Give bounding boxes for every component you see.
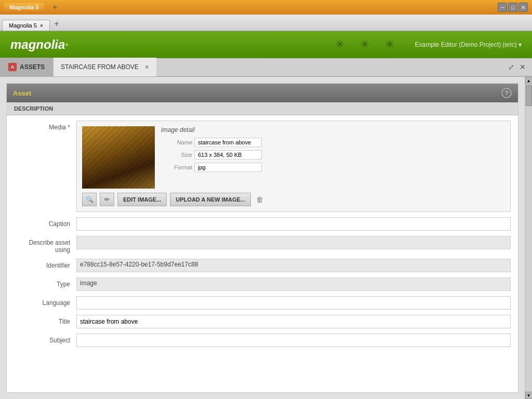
app-icon-1[interactable]: ✳ [335, 38, 344, 51]
type-value: image [76, 277, 511, 291]
expand-button[interactable]: ⤢ [506, 62, 516, 72]
required-marker: * [68, 124, 70, 131]
browser-tab[interactable]: Magnolia 5 [4, 3, 44, 11]
scroll-thumb[interactable] [526, 85, 532, 106]
page-tab-close[interactable]: × [145, 63, 149, 71]
app-icon-2[interactable]: ✳ [360, 38, 369, 51]
magnolia-logo: magnolia· [10, 37, 69, 52]
identifier-label: Identifier [14, 259, 76, 269]
scrollbar[interactable]: ▲ ▼ [525, 77, 532, 399]
format-row: Format jpg [161, 163, 505, 172]
tab-label: Magnolia 5 [9, 22, 37, 29]
main-tab[interactable]: Magnolia 5 × [2, 20, 50, 31]
logo-dot: · [65, 37, 69, 51]
subject-label: Subject [14, 334, 76, 344]
image-action-bar: 🔍 ✏ EDIT IMAGE... UPLOAD A NEW IMAGE... … [82, 193, 505, 206]
maximize-button[interactable]: □ [508, 3, 517, 12]
describe-label: Describe asset using [14, 236, 76, 254]
tab-bar: Magnolia 5 × + [0, 15, 532, 31]
image-thumbnail [82, 126, 155, 189]
add-tab-button[interactable]: + [50, 17, 63, 31]
app-icon-3[interactable]: ✳ [385, 38, 394, 51]
close-panel-button[interactable]: ✕ [517, 62, 528, 72]
language-input[interactable] [76, 296, 511, 310]
nav-tabs: A ASSETS STAIRCASE FROM ABOVE × ⤢ ✕ [0, 58, 532, 77]
upload-new-image-button[interactable]: UPLOAD A NEW IMAGE... [170, 193, 251, 206]
form-body: Media * image detail Name [7, 115, 518, 392]
media-box: image detail Name staircase from above S… [76, 121, 511, 212]
edit-image-button[interactable]: EDIT IMAGE... [117, 193, 167, 206]
asset-panel: Asset ? DESCRIPTION Media * [6, 83, 518, 393]
name-detail-value: staircase from above [194, 138, 262, 147]
title-input[interactable] [76, 315, 511, 328]
caption-row: Caption [14, 217, 511, 231]
assets-tab-label: ASSETS [20, 63, 45, 71]
media-label: Media * [14, 121, 76, 131]
section-title-label: DESCRIPTION [14, 105, 53, 112]
description-header: DESCRIPTION [7, 102, 518, 115]
browser-title-bar: Magnolia 5 + ─ □ ✕ [0, 0, 532, 15]
size-row: Size 613 x 384, 50 KB [161, 150, 505, 159]
caption-label: Caption [14, 217, 76, 228]
app-icons: ✳ ✳ ✳ [335, 38, 394, 51]
user-menu[interactable]: Example Editor (Demo Project) (eric) ▾ [415, 41, 522, 48]
app-bar: magnolia· ✳ ✳ ✳ Example Editor (Demo Pro… [0, 31, 532, 58]
page-tab-label: STAIRCASE FROM ABOVE [61, 63, 139, 71]
title-label: Title [14, 315, 76, 325]
zoom-button[interactable]: 🔍 [82, 193, 97, 206]
name-row: Name staircase from above [161, 138, 505, 147]
image-detail-title: image detail [161, 126, 505, 134]
form-area: Asset ? DESCRIPTION Media * [0, 77, 525, 399]
minimize-button[interactable]: ─ [498, 3, 507, 12]
identifier-value: e788cc15-8e57-4220-be17-5b9d7ee17c88 [76, 259, 511, 272]
language-row: Language [14, 296, 511, 310]
size-detail-label: Size [161, 152, 192, 158]
format-detail-label: Format [161, 164, 192, 170]
image-detail-row: image detail Name staircase from above S… [82, 126, 505, 189]
help-icon[interactable]: ? [501, 88, 512, 98]
new-tab-button[interactable]: + [48, 1, 61, 14]
caption-input[interactable] [76, 217, 511, 231]
assets-icon: A [8, 63, 17, 71]
tab-close-icon[interactable]: × [40, 22, 43, 29]
identifier-row: Identifier e788cc15-8e57-4220-be17-5b9d7… [14, 259, 511, 272]
image-detail-info: image detail Name staircase from above S… [161, 126, 505, 189]
describe-value [76, 236, 511, 249]
thumbnail-image [82, 126, 155, 189]
type-label: Type [14, 277, 76, 288]
subject-row: Subject [14, 334, 511, 347]
page-tab[interactable]: STAIRCASE FROM ABOVE × [53, 58, 156, 76]
media-row: Media * image detail Name [14, 121, 511, 212]
scroll-down-button[interactable]: ▼ [525, 392, 533, 399]
edit-pencil-button[interactable]: ✏ [100, 193, 114, 206]
close-button[interactable]: ✕ [518, 3, 528, 12]
title-row: Title [14, 315, 511, 328]
asset-panel-title: Asset [13, 89, 31, 97]
type-row: Type image [14, 277, 511, 291]
nav-tab-controls: ⤢ ✕ [506, 62, 532, 72]
subject-input[interactable] [76, 334, 511, 347]
format-detail-value: jpg [194, 163, 262, 172]
describe-row: Describe asset using [14, 236, 511, 254]
delete-image-button[interactable]: 🗑 [254, 195, 265, 204]
scroll-up-button[interactable]: ▲ [525, 77, 533, 84]
assets-tab[interactable]: A ASSETS [0, 58, 53, 76]
asset-panel-header: Asset ? [7, 84, 518, 102]
size-detail-value: 613 x 384, 50 KB [194, 150, 262, 159]
language-label: Language [14, 296, 76, 307]
name-detail-label: Name [161, 139, 192, 145]
main-content: Asset ? DESCRIPTION Media * [0, 77, 532, 399]
